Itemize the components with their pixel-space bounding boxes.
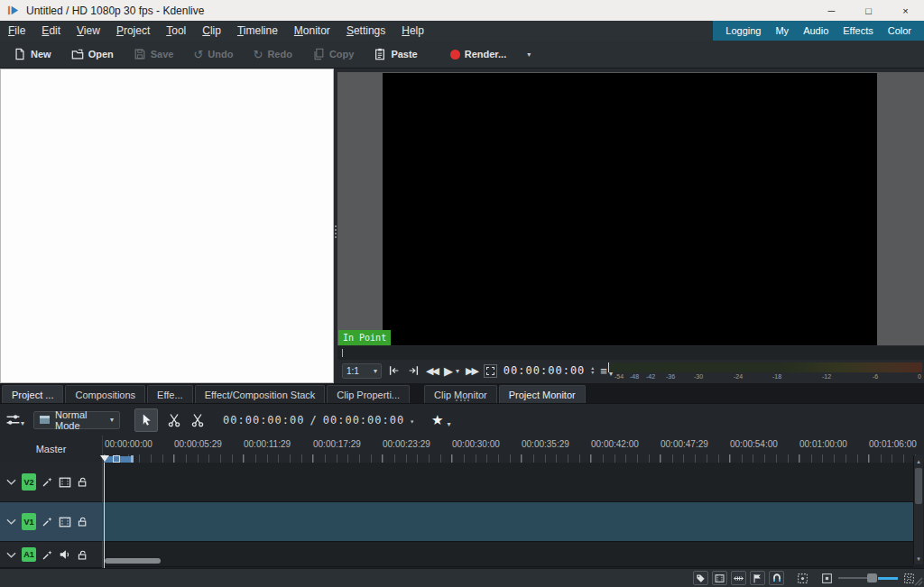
tag-toggle-button[interactable] [693,571,708,585]
menu-project[interactable]: Project [108,22,158,40]
project-bin-panel[interactable] [0,69,334,383]
track-effects-icon[interactable] [42,476,53,488]
track-header-a1[interactable]: A1 [0,542,102,568]
set-in-point-button[interactable] [388,364,401,377]
selection-tool-button[interactable] [134,408,158,432]
timeline-settings-button[interactable]: ▾ [5,412,24,427]
menu-view[interactable]: View [69,22,108,40]
play-button[interactable]: ▶ [444,364,453,378]
lock-icon[interactable] [77,476,88,488]
monitor-video-area[interactable] [383,73,877,345]
monitor-menu-icon[interactable]: ≡ [600,364,607,378]
ruler-label: 00:01:00:00 [799,439,847,449]
tab-clip-properties[interactable]: Clip Properti... [327,385,410,403]
track-lane-v2[interactable] [103,463,913,502]
menu-help[interactable]: Help [393,22,432,40]
collapse-chevron-icon[interactable] [6,518,16,525]
scroll-down-icon[interactable]: ▾ [914,553,923,564]
tab-compositions[interactable]: Compositions [65,385,145,403]
tab-project-monitor[interactable]: Project Monitor [499,385,586,403]
monitor-zoom-dropdown[interactable]: 1:1 ▾ [342,363,382,379]
lock-icon[interactable] [77,516,88,527]
set-out-point-button[interactable] [407,364,420,377]
favorite-effects-button[interactable]: ★ [431,412,443,428]
render-button[interactable]: Render... [442,43,514,65]
close-button[interactable]: × [887,0,924,21]
track-effects-icon[interactable] [42,516,53,527]
fast-forward-button[interactable]: ▶▶ [466,365,477,377]
zoom-fit-button[interactable] [797,573,808,584]
collapse-chevron-icon[interactable] [6,479,16,485]
monitor-timecode[interactable]: 00:00:00:00 [504,364,585,377]
workspace-logging[interactable]: Logging [718,25,768,36]
rewind-button[interactable]: ◀◀ [426,365,438,377]
tab-effects[interactable]: Effe... [147,385,193,403]
workspace-effects[interactable]: Effects [836,25,880,36]
monitor-stage: In Point [337,72,924,345]
track-effects-icon[interactable] [42,549,53,561]
track-header-v1[interactable]: V1 [0,502,102,542]
menu-tool[interactable]: Tool [158,22,194,40]
track-header-v2[interactable]: V2 [0,463,102,502]
markers-toggle-button[interactable] [750,571,765,585]
maximize-button[interactable]: □ [850,0,887,21]
razor-tool-button[interactable] [167,413,181,427]
playhead-line[interactable] [104,463,105,568]
horizontal-scrollbar[interactable] [105,558,161,564]
zone-mode-button[interactable] [484,364,497,378]
workspace-my[interactable]: My [768,25,796,36]
master-track-button[interactable]: Master [0,436,102,463]
snap-toggle-button[interactable] [769,571,784,585]
minimize-button[interactable]: ─ [813,0,850,21]
collapse-chevron-icon[interactable] [6,552,16,558]
menu-edit[interactable]: Edit [33,22,69,40]
play-options-caret-icon[interactable]: ▾ [456,367,459,375]
toolbar-overflow-caret-icon[interactable]: ▾ [527,50,531,59]
workspace-audio[interactable]: Audio [796,25,836,36]
undo-icon: ↺ [193,48,203,61]
save-button[interactable]: Save [125,43,182,65]
menu-clip[interactable]: Clip [194,22,229,40]
lock-icon[interactable] [77,549,88,561]
track-lane-a1[interactable] [103,542,913,567]
copy-button[interactable]: Copy [304,43,363,65]
timeline-ruler[interactable]: 00:00:00:00 00:00:05:29 00:00:11:29 00:0… [102,436,924,463]
favorite-effects-caret-icon[interactable]: ▾ [448,420,451,428]
timecode-spinner[interactable]: ▴ ▾ [591,366,594,375]
monitor-seek-bar[interactable] [337,346,924,360]
undo-button[interactable]: ↺ Undo [185,43,241,65]
redo-button[interactable]: ↻ Redo [245,43,300,65]
track-badge[interactable]: V2 [22,473,36,491]
tab-project-bin[interactable]: Project ... [2,385,63,403]
zoom-out-button[interactable] [821,573,833,584]
menu-file[interactable]: File [0,22,33,40]
paste-button[interactable]: Paste [365,43,425,65]
open-button[interactable]: Open [63,43,122,65]
spacer-tool-button[interactable] [190,413,205,427]
zone-handle[interactable] [113,455,120,463]
workspace-color[interactable]: Color [881,25,919,36]
resize-grip-icon[interactable] [912,575,923,586]
track-badge[interactable]: A1 [22,547,36,562]
menu-settings[interactable]: Settings [338,22,393,40]
timeline-track-lanes[interactable] [102,463,913,568]
timeline-timecodes[interactable]: 00:00:00:00 / 00:00:00:00 ▾ [223,414,415,426]
vertical-scrollbar[interactable]: ▴ ▾ [913,455,923,564]
scroll-up-icon[interactable]: ▴ [914,455,923,467]
new-button[interactable]: New [5,43,60,65]
edit-mode-dropdown[interactable]: Normal Mode ▾ [33,411,120,429]
audio-thumbnails-toggle-button[interactable] [731,571,746,585]
video-thumbnails-toggle-button[interactable] [712,571,727,585]
track-lane-v1[interactable] [103,502,913,542]
monitor-seek-cursor[interactable] [342,349,343,357]
menu-timeline[interactable]: Timeline [229,22,286,40]
playhead-marker[interactable] [100,455,109,462]
scrollbar-thumb[interactable] [915,468,922,504]
tab-effect-stack[interactable]: Effect/Composition Stack [195,385,326,403]
track-badge[interactable]: V1 [22,513,36,530]
menu-monitor[interactable]: Monitor [286,22,338,40]
slider-handle[interactable] [867,573,877,582]
spinner-down-icon[interactable]: ▾ [591,371,594,375]
main-toolbar: New Open Save ↺ Undo ↻ Redo Copy Paste R… [0,41,924,69]
timeline-zoom-slider[interactable] [838,573,898,582]
